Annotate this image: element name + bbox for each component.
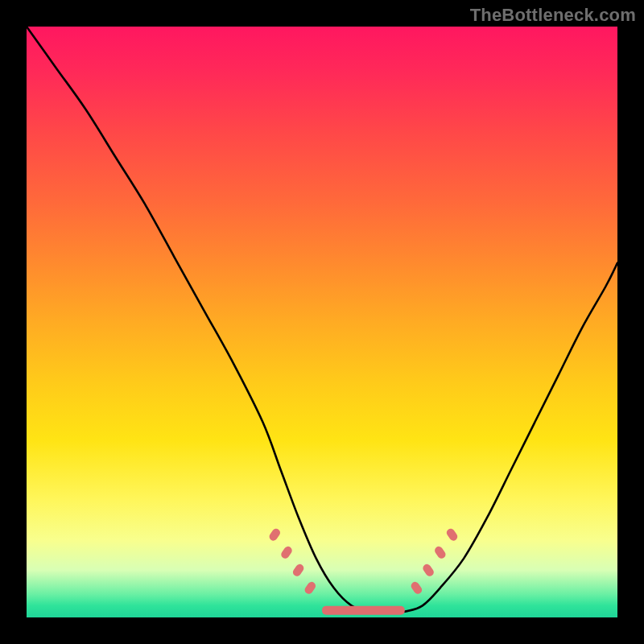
curve-marker	[421, 563, 435, 578]
curve-markers-left	[268, 527, 317, 596]
chart-frame: TheBottleneck.com	[0, 0, 644, 644]
curve-marker	[268, 527, 282, 543]
curve-marker	[279, 545, 293, 560]
plot-area	[27, 27, 617, 617]
curve-flat-segment	[322, 606, 405, 615]
curve-marker	[303, 580, 317, 596]
watermark-text: TheBottleneck.com	[470, 5, 636, 26]
curve-markers-right	[410, 527, 459, 596]
bottleneck-curve-svg	[27, 27, 617, 617]
curve-marker	[433, 545, 447, 560]
curve-marker	[291, 563, 305, 578]
curve-marker	[410, 580, 423, 596]
curve-marker	[445, 527, 459, 543]
bottleneck-curve	[27, 27, 617, 612]
